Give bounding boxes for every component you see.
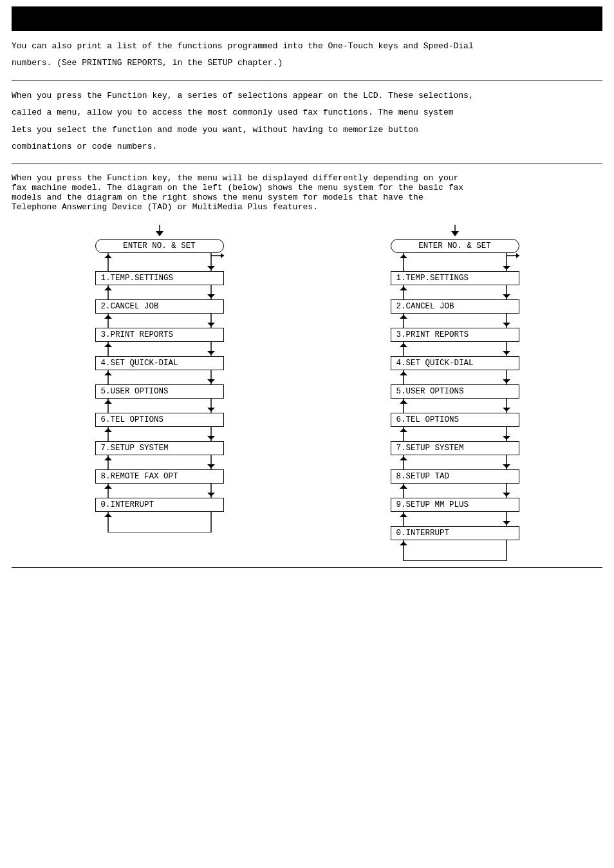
svg-marker-23 [207, 379, 215, 383]
left-conn-0 [95, 253, 224, 271]
svg-marker-74 [400, 428, 407, 432]
svg-marker-62 [400, 343, 407, 347]
svg-marker-31 [207, 436, 215, 440]
right-conn-9 [391, 512, 519, 526]
left-bottom-conn [95, 512, 224, 533]
svg-marker-58 [400, 315, 407, 319]
left-conn-7 [95, 455, 224, 469]
svg-marker-15 [207, 323, 215, 326]
svg-marker-55 [503, 294, 510, 298]
svg-marker-87 [503, 521, 510, 525]
left-item-6: 6.TEL OPTIONS [95, 413, 224, 427]
svg-marker-59 [503, 323, 510, 326]
svg-marker-14 [104, 315, 112, 319]
svg-marker-30 [104, 428, 112, 432]
left-conn-4 [95, 370, 224, 384]
svg-marker-45 [451, 231, 459, 236]
left-conn-2 [95, 314, 224, 328]
right-enter-box: ENTER NO. & SET [391, 239, 519, 253]
svg-marker-86 [400, 513, 407, 517]
section-3-line-3: models and the diagram on the right show… [12, 193, 602, 202]
header-bar [12, 6, 602, 31]
svg-marker-22 [104, 372, 112, 375]
left-conn-6 [95, 427, 224, 441]
svg-marker-27 [207, 408, 215, 411]
right-item-8: 8.SETUP TAD [391, 469, 519, 484]
left-item-7: 7.SETUP SYSTEM [95, 441, 224, 455]
right-item-6: 6.TEL OPTIONS [391, 413, 519, 427]
right-conn-3 [391, 342, 519, 356]
svg-marker-7 [207, 266, 215, 270]
svg-marker-71 [503, 408, 510, 411]
left-conn-1 [95, 285, 224, 299]
section-3: When you press the Function key, the men… [12, 164, 602, 567]
section-2: When you press the Function key, a serie… [12, 80, 602, 164]
right-item-9: 9.SETUP MM PLUS [391, 498, 519, 512]
svg-marker-54 [400, 287, 407, 290]
svg-marker-35 [207, 464, 215, 468]
svg-marker-75 [503, 436, 510, 440]
section-1: You can also print a list of the functio… [12, 31, 602, 80]
right-conn-0 [391, 253, 519, 271]
right-conn-1 [391, 285, 519, 299]
section-2-line-1: When you press the Function key, a serie… [12, 90, 602, 102]
svg-marker-49 [516, 253, 519, 258]
svg-marker-50 [400, 254, 407, 258]
svg-marker-26 [104, 400, 112, 404]
right-item-7: 7.SETUP SYSTEM [391, 441, 519, 455]
left-conn-5 [95, 399, 224, 413]
svg-marker-67 [503, 379, 510, 383]
svg-marker-39 [207, 493, 215, 496]
left-item-2: 2.CANCEL JOB [95, 299, 224, 314]
svg-marker-79 [503, 464, 510, 468]
top-arrow-left [95, 225, 224, 239]
svg-marker-82 [400, 485, 407, 489]
left-item-0: 0.INTERRUPT [95, 498, 224, 512]
left-enter-box: ENTER NO. & SET [95, 239, 224, 253]
section-3-line-1: When you press the Function key, the men… [12, 173, 602, 183]
left-conn-8 [95, 484, 224, 498]
left-item-3: 3.PRINT REPORTS [95, 328, 224, 342]
svg-marker-5 [221, 253, 224, 258]
section-1-line-1: You can also print a list of the functio… [12, 40, 602, 53]
right-item-0: 0.INTERRUPT [391, 526, 519, 540]
left-item-5: 5.USER OPTIONS [95, 384, 224, 399]
diagram-right: ENTER NO. & SET 1.TEMP.SETTINGS 2.CANCEL… [384, 225, 526, 561]
svg-marker-6 [104, 254, 112, 258]
svg-marker-70 [400, 400, 407, 404]
right-conn-6 [391, 427, 519, 441]
left-item-4: 4.SET QUICK-DIAL [95, 356, 224, 370]
right-conn-8 [391, 484, 519, 498]
right-item-2: 2.CANCEL JOB [391, 299, 519, 314]
svg-marker-34 [104, 457, 112, 460]
right-item-4: 4.SET QUICK-DIAL [391, 356, 519, 370]
svg-marker-19 [207, 351, 215, 355]
section-3-line-4: Telephone Answering Device (TAD) or Mult… [12, 202, 602, 212]
right-item-3: 3.PRINT REPORTS [391, 328, 519, 342]
right-bottom-conn [391, 540, 519, 561]
section-2-line-2: called a menu, allow you to access the m… [12, 106, 602, 119]
diagrams-container: ENTER NO. & SET 1.TEMP.SETTINGS [12, 225, 602, 561]
right-conn-5 [391, 399, 519, 413]
right-conn-2 [391, 314, 519, 328]
svg-marker-38 [104, 485, 112, 489]
svg-marker-43 [104, 513, 112, 517]
bottom-divider [12, 567, 602, 568]
svg-marker-1 [156, 231, 163, 236]
left-conn-3 [95, 342, 224, 356]
svg-marker-91 [400, 542, 407, 545]
right-item-1: 1.TEMP.SETTINGS [391, 271, 519, 285]
svg-marker-11 [207, 294, 215, 298]
right-item-5: 5.USER OPTIONS [391, 384, 519, 399]
section-2-line-3: lets you select the function and mode yo… [12, 124, 602, 137]
left-item-8: 8.REMOTE FAX OPT [95, 469, 224, 484]
svg-marker-51 [503, 266, 510, 270]
svg-marker-18 [104, 343, 112, 347]
section-3-line-2: fax machine model. The diagram on the le… [12, 183, 602, 193]
section-2-line-4: combinations or code numbers. [12, 140, 602, 153]
right-conn-7 [391, 455, 519, 469]
svg-marker-66 [400, 372, 407, 375]
left-item-1: 1.TEMP.SETTINGS [95, 271, 224, 285]
top-arrow-right [391, 225, 519, 239]
right-conn-4 [391, 370, 519, 384]
